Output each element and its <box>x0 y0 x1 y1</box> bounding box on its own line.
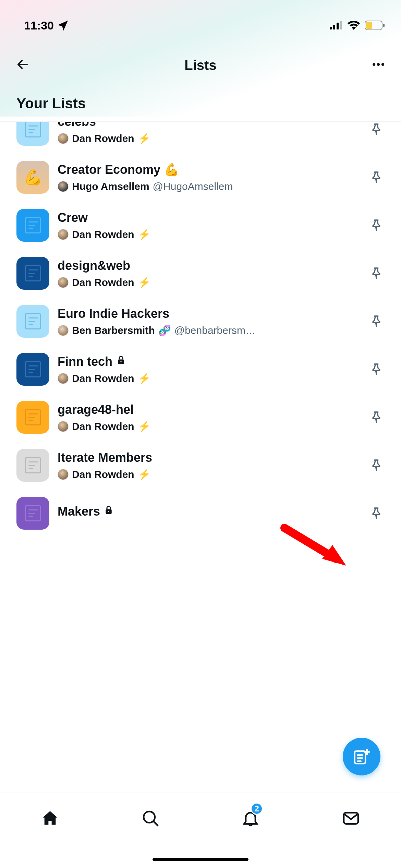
list-name: Makers <box>58 504 360 519</box>
list-body: Euro Indie HackersBen Barbersmith🧬@benba… <box>58 306 360 336</box>
list-name: Crew <box>58 210 360 225</box>
section-header: Your Lists <box>0 89 401 122</box>
svg-point-11 <box>120 361 121 362</box>
list-thumb <box>16 209 49 242</box>
pin-button[interactable] <box>368 313 385 329</box>
new-list-icon <box>352 747 371 766</box>
status-time: 11:30 <box>24 19 54 32</box>
pin-button[interactable] <box>368 457 385 473</box>
svg-rect-3 <box>340 21 342 29</box>
list-name: garage48-hel <box>58 402 360 417</box>
pin-button[interactable] <box>368 505 385 521</box>
list-thumb <box>16 497 49 530</box>
list-row[interactable]: Iterate MembersDan Rowden⚡ <box>0 441 401 489</box>
new-list-fab[interactable] <box>343 738 380 775</box>
author-avatar <box>58 373 69 384</box>
location-icon <box>58 20 68 31</box>
list-thumb: 💪 <box>16 161 49 194</box>
list-body: Finn techDan Rowden⚡ <box>58 354 360 384</box>
list-thumb <box>16 353 49 386</box>
author-name: Ben Barbersmith <box>72 325 155 336</box>
list-name-text: Finn tech <box>58 354 112 369</box>
author-avatar <box>58 229 69 240</box>
notifications-badge: 2 <box>251 803 263 815</box>
list-body: CrewDan Rowden⚡ <box>58 210 360 240</box>
list-thumb <box>16 401 49 434</box>
svg-rect-6 <box>366 22 372 29</box>
list-row[interactable]: design&webDan Rowden⚡ <box>0 249 401 297</box>
svg-rect-5 <box>383 24 385 27</box>
more-icon <box>371 57 386 72</box>
author-badge: ⚡ <box>138 372 150 384</box>
list-name-text: design&web <box>58 258 130 273</box>
list-body: celebsDan Rowden⚡ <box>58 122 360 144</box>
author-badge: ⚡ <box>138 132 150 144</box>
author-badge: 🧬 <box>158 324 171 336</box>
back-button[interactable] <box>15 57 30 73</box>
list-name-text: Crew <box>58 210 88 225</box>
author-badge: ⚡ <box>138 468 150 480</box>
nav-notifications[interactable]: 2 <box>237 805 264 832</box>
pin-button[interactable] <box>368 409 385 425</box>
list-author: Dan Rowden⚡ <box>58 276 360 288</box>
list-row[interactable]: Euro Indie HackersBen Barbersmith🧬@benba… <box>0 297 401 345</box>
list-row[interactable]: celebsDan Rowden⚡ <box>0 122 401 153</box>
list-author: Dan Rowden⚡ <box>58 132 360 144</box>
author-handle: @HugoAmsellem <box>153 181 233 192</box>
nav-search[interactable] <box>137 805 164 832</box>
list-name: Finn tech <box>58 354 360 369</box>
author-name: Dan Rowden <box>72 421 134 432</box>
list-row[interactable]: garage48-helDan Rowden⚡ <box>0 393 401 441</box>
svg-rect-1 <box>333 25 335 29</box>
svg-point-9 <box>381 63 384 66</box>
pin-button[interactable] <box>368 122 385 137</box>
search-icon <box>141 809 160 828</box>
list-row[interactable]: CrewDan Rowden⚡ <box>0 201 401 249</box>
pin-button[interactable] <box>368 217 385 233</box>
list-row[interactable]: Finn techDan Rowden⚡ <box>0 345 401 393</box>
list-row[interactable]: Makers <box>0 489 401 537</box>
author-handle: @benbarbersm… <box>174 325 256 336</box>
author-badge: ⚡ <box>138 276 150 288</box>
list-thumb <box>16 257 49 290</box>
pin-button[interactable] <box>368 169 385 185</box>
list-name: Creator Economy💪 <box>58 162 360 177</box>
pin-button[interactable] <box>368 361 385 377</box>
author-avatar <box>58 277 69 288</box>
cellular-icon <box>330 21 343 29</box>
author-badge: ⚡ <box>138 228 150 240</box>
list-name-text: Euro Indie Hackers <box>58 306 169 321</box>
bottom-nav: 2 <box>0 793 401 868</box>
svg-line-23 <box>154 821 158 825</box>
list-name-text: garage48-hel <box>58 402 134 417</box>
author-name: Dan Rowden <box>72 229 134 240</box>
section-title: Your Lists <box>16 95 385 112</box>
author-badge: ⚡ <box>138 420 150 432</box>
app-header: Lists <box>0 41 401 89</box>
list-name-text: Creator Economy <box>58 162 160 177</box>
list-author: Dan Rowden⚡ <box>58 372 360 384</box>
list-name-text: Iterate Members <box>58 450 152 465</box>
list-name: design&web <box>58 258 360 273</box>
mail-icon <box>341 809 361 828</box>
home-indicator <box>153 858 248 861</box>
author-avatar <box>58 469 69 480</box>
nav-messages[interactable] <box>337 805 365 832</box>
list-thumb <box>16 305 49 338</box>
list-name-emoji: 💪 <box>164 162 179 177</box>
author-avatar <box>58 325 69 336</box>
list-name-text: Makers <box>58 504 100 519</box>
author-name: Dan Rowden <box>72 373 134 384</box>
pin-button[interactable] <box>368 265 385 281</box>
list-body: Creator Economy💪Hugo Amsellem@HugoAmsell… <box>58 162 360 192</box>
more-button[interactable] <box>371 57 386 73</box>
lock-icon <box>116 355 126 368</box>
list-name: celebs <box>58 122 360 129</box>
list-row[interactable]: 💪Creator Economy💪Hugo Amsellem@HugoAmsel… <box>0 153 401 201</box>
author-name: Dan Rowden <box>72 277 134 288</box>
author-name: Dan Rowden <box>72 469 134 480</box>
list-author: Dan Rowden⚡ <box>58 420 360 432</box>
list-name: Euro Indie Hackers <box>58 306 360 321</box>
nav-home[interactable] <box>36 805 64 832</box>
list-name-text: celebs <box>58 122 96 129</box>
